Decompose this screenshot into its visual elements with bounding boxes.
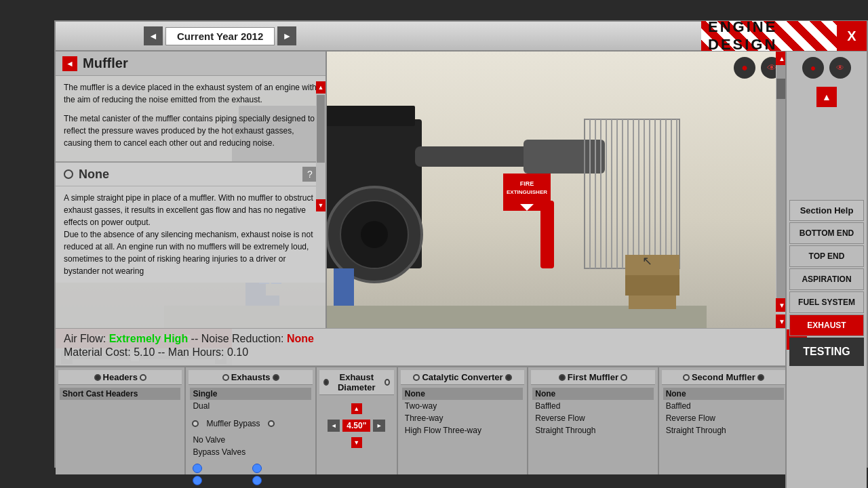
blue-dot-3	[193, 476, 202, 485]
record-icon[interactable]: ●	[734, 57, 755, 79]
second-muffler-section: Second Muffler None Baffled Reverse Flow…	[659, 367, 789, 474]
option-radio[interactable]	[64, 169, 73, 179]
cat-none-option[interactable]: None	[402, 388, 523, 400]
left-panel: ◄ Muffler The muffler is a device placed…	[56, 52, 327, 328]
muffler-bypass-option[interactable]: Muffler Bypass	[203, 418, 262, 430]
catalytic-label: Catalytic Converter	[422, 372, 502, 382]
headers-radio-left[interactable]	[94, 374, 101, 381]
main-window: ◄ Current Year 2012 ► ENGINE DESIGN X ● …	[54, 20, 868, 468]
option-body: A simple straight pipe in place of a muf…	[56, 186, 326, 283]
muff1-none-option[interactable]: None	[532, 388, 653, 400]
bypass-radio2[interactable]	[268, 420, 275, 427]
muff2-baffled-option[interactable]: Baffled	[663, 400, 784, 412]
diameter-row: ◄ 4.50" ►	[321, 420, 393, 432]
eye-view-icon[interactable]: 👁	[829, 57, 851, 79]
bottom-end-button[interactable]: BOTTOM END	[789, 222, 864, 244]
diameter-value: 4.50"	[342, 420, 370, 432]
svg-rect-2	[415, 146, 537, 167]
muff1-baffled-option[interactable]: Baffled	[532, 400, 653, 412]
exhaust-button[interactable]: EXHAUST	[789, 314, 864, 336]
dual-option[interactable]: Dual	[190, 400, 311, 412]
headers-options: Short Cast Headers	[58, 385, 182, 472]
diam-right-arrow[interactable]: ►	[373, 420, 385, 432]
section-help-button[interactable]: Section Help	[789, 200, 864, 221]
close-button[interactable]: X	[837, 21, 867, 51]
title-right: ENGINE DESIGN X	[701, 21, 867, 51]
aspiration-button[interactable]: ASPIRATION	[789, 268, 864, 290]
diam-down-arrow[interactable]: ▼	[351, 437, 362, 448]
svg-rect-38	[625, 255, 679, 275]
left-scroll-up[interactable]: ▲	[316, 81, 326, 94]
muff2-radio-right[interactable]	[757, 374, 764, 381]
diam-up-arrow[interactable]: ▲	[351, 403, 362, 414]
engine-design-title: ENGINE DESIGN	[701, 17, 837, 55]
diam-left-arrow[interactable]: ◄	[328, 420, 340, 432]
svg-rect-40	[629, 296, 676, 309]
sidebar-icons: ● 👁	[787, 52, 867, 84]
bypass-valves-option[interactable]: Bypass Valves	[190, 446, 311, 458]
second-muffler-header: Second Muffler	[662, 370, 785, 385]
two-way-option[interactable]: Two-way	[402, 400, 523, 412]
first-muffler-header: First Muffler	[531, 370, 654, 385]
exhausts-radio-right[interactable]	[273, 374, 279, 381]
exhausts-label: Exhausts	[231, 372, 271, 382]
component-bar: Headers Short Cast Headers Exhausts Sing…	[56, 366, 789, 474]
second-muffler-options: None Baffled Reverse Flow Straight Throu…	[662, 385, 785, 472]
hazard-pattern: ENGINE DESIGN	[701, 21, 837, 51]
diam-scroll-up[interactable]: ▲	[321, 403, 393, 414]
option-help-icon[interactable]: ?	[302, 167, 317, 182]
left-scrollbar: ▲ ▼	[316, 81, 326, 211]
stat-line-2: Material Cost: 5.10 -- Man Hours: 0.10	[64, 346, 780, 359]
year-nav: ◄ Current Year 2012 ►	[144, 26, 296, 45]
muff2-straight-through-option[interactable]: Straight Through	[663, 424, 784, 436]
diam-radio-right[interactable]	[384, 379, 390, 386]
none-desc1: A simple straight pipe in place of a muf…	[64, 192, 317, 228]
exhausts-radio-left[interactable]	[222, 374, 229, 381]
no-valve-option[interactable]: No Valve	[190, 434, 311, 446]
muffler-desc1: The muffler is a device placed in the ex…	[64, 81, 317, 106]
muff1-radio-left[interactable]	[559, 374, 566, 381]
three-way-option[interactable]: Three-way	[402, 412, 523, 424]
year-next-button[interactable]: ►	[277, 26, 296, 45]
stat-line-1: Air Flow: Extremely High -- Noise Reduct…	[64, 333, 780, 345]
headers-radio-right[interactable]	[140, 374, 146, 381]
cat-radio-right[interactable]	[505, 374, 512, 381]
diameter-header: Exhaust Diameter	[319, 370, 394, 395]
short-cast-headers-option[interactable]: Short Cast Headers	[60, 388, 180, 400]
muff2-reverse-flow-option[interactable]: Reverse Flow	[663, 412, 784, 424]
none-desc2: Due to the absence of any silencing mech…	[64, 228, 317, 277]
headers-label: Headers	[103, 372, 138, 382]
blue-dot-1	[193, 464, 202, 473]
fuel-system-button[interactable]: FUEL SYSTEM	[789, 291, 864, 313]
muff1-radio-right[interactable]	[620, 374, 627, 381]
selected-option-section: None ? A simple straight pipe in place o…	[56, 161, 326, 283]
option-header: None ?	[56, 163, 326, 186]
muff2-radio-left[interactable]	[683, 374, 690, 381]
panel-back-arrow[interactable]: ◄	[62, 56, 77, 71]
year-prev-button[interactable]: ◄	[144, 26, 163, 45]
diam-radio-left[interactable]	[323, 379, 329, 386]
mouse-cursor: ↖	[642, 253, 652, 268]
catalytic-header: Catalytic Converter	[401, 370, 524, 385]
air-flow-label: Air Flow:	[64, 333, 109, 344]
left-scroll-thumb	[317, 95, 325, 163]
diam-scroll-down[interactable]: ▼	[321, 437, 393, 448]
single-option[interactable]: Single	[190, 388, 311, 400]
sidebar-nav-up[interactable]: ▲	[816, 87, 837, 107]
svg-rect-39	[625, 275, 679, 296]
catalytic-section: Catalytic Converter None Two-way Three-w…	[398, 367, 528, 474]
muff1-reverse-flow-option[interactable]: Reverse Flow	[532, 412, 653, 424]
second-muffler-label: Second Muffler	[692, 372, 755, 382]
left-scroll-down[interactable]: ▼	[316, 199, 326, 211]
first-muffler-section: First Muffler None Baffled Reverse Flow …	[528, 367, 658, 474]
noise-reduction-label: -- Noise Reduction:	[191, 333, 287, 344]
muff1-straight-through-option[interactable]: Straight Through	[532, 424, 653, 436]
testing-button[interactable]: TESTING	[789, 338, 864, 366]
high-flow-three-way-option[interactable]: High Flow Three-way	[402, 424, 523, 436]
cat-radio-left[interactable]	[413, 374, 420, 381]
bypass-radio[interactable]	[192, 420, 199, 427]
air-flow-value: Extremely High	[109, 333, 191, 344]
camera-icon[interactable]: ●	[802, 57, 824, 79]
top-end-button[interactable]: TOP END	[789, 245, 864, 267]
muff2-none-option[interactable]: None	[663, 388, 784, 400]
